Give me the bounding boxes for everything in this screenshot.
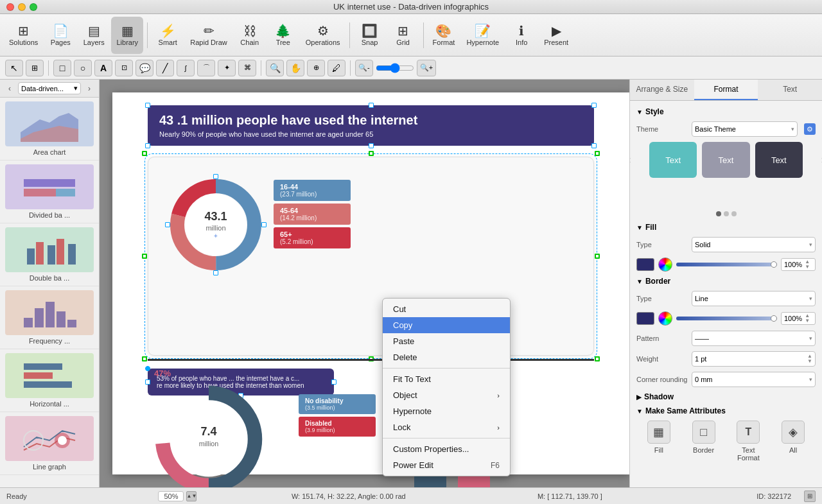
line-sample-3[interactable] [758,186,816,205]
sidebar-item-divided-bar[interactable]: Divided ba ... [0,161,99,223]
fill-color-swatch[interactable] [636,258,654,271]
canvas-area[interactable]: 43 .1 million people have used the inter… [100,80,629,487]
connector-tool[interactable]: ⌒ [197,60,215,76]
border-color-swatch[interactable] [636,312,654,325]
fill-color-wheel[interactable] [658,257,672,272]
grid-tool[interactable]: ⊞ [26,60,44,76]
minimize-button[interactable] [18,3,26,11]
zoom-stepper[interactable]: ▲▼ [186,491,197,501]
border-color-wheel[interactable] [658,311,672,326]
toolbar-info[interactable]: ℹ Info [505,17,538,54]
hand-tool[interactable]: ✋ [286,60,304,76]
cm-paste[interactable]: Paste [383,333,510,349]
cm-hypernote[interactable]: Hypernote [383,403,510,419]
make-same-border[interactable]: □ Border [692,421,715,462]
swatch-1[interactable]: Text [649,142,697,178]
zoom-in-tool[interactable]: 🔍 [266,60,284,76]
make-same-fill[interactable]: ▦ Fill [647,421,670,462]
shadow-section-header[interactable]: ▶ Shadow [636,392,816,401]
make-same-text-format[interactable]: T TextFormat [737,421,760,462]
cm-fit-to-text[interactable]: Fit To Text [383,371,510,387]
toolbar-tree[interactable]: 🌲 Tree [267,17,299,54]
text-tool[interactable]: A [94,60,112,76]
border-weight-stepper[interactable]: ▲ ▼ [807,354,812,364]
zoom-level-btn[interactable]: 🔍- [355,60,373,76]
zoom-plus-btn[interactable]: 🔍+ [417,60,436,76]
border-opacity-stepper[interactable]: ▲ ▼ [805,313,810,324]
style-section-header[interactable]: ▼ Style [636,107,816,116]
cm-object[interactable]: Object › [383,387,510,403]
rect-tool[interactable]: □ [53,60,71,76]
make-same-all[interactable]: ◈ All [782,421,805,462]
cm-lock[interactable]: Lock › [383,419,510,435]
toolbar-present[interactable]: ▶ Present [539,17,573,54]
scroll-tool[interactable]: ⊕ [307,60,325,76]
sidebar-dropdown[interactable]: Data-driven... ▾ [18,82,81,94]
ellipse-tool[interactable]: ○ [74,60,92,76]
corner-select[interactable]: 0 mm ▾ [692,372,816,387]
swatch-3[interactable]: Text [755,142,803,178]
theme-settings[interactable]: ⚙ [804,123,816,135]
dot-3[interactable] [731,211,737,216]
sidebar-item-horizontal[interactable]: Horizontal ... [0,349,99,412]
border-weight-select[interactable]: 1 pt ▲ ▼ [692,351,816,367]
maximize-button[interactable] [30,3,37,11]
toolbar-operations[interactable]: ⚙ Operations [301,17,345,54]
swatch-prev-btn[interactable]: ‹ [630,154,631,166]
zoom-value[interactable]: 50% [158,491,184,501]
cm-custom-props[interactable]: Custom Properties... [383,441,510,457]
picker-tool[interactable]: 🖊 [328,60,345,76]
fill-type-select[interactable]: Solid ▾ [692,237,816,252]
cm-delete[interactable]: Delete [383,349,510,365]
curved-line-tool[interactable]: ∫ [177,60,195,76]
dot-2[interactable] [724,211,729,216]
tab-text[interactable]: Text [758,80,822,100]
toolbar-snap[interactable]: 🔲 Snap [354,17,386,54]
fit-page-btn[interactable]: ⊞ [804,491,816,502]
fill-opacity-stepper[interactable]: ▲ ▼ [805,259,810,270]
symbol-tool[interactable]: ⌘ [238,60,256,76]
border-opacity-slider[interactable] [676,317,777,320]
toolbar-format[interactable]: 🎨 Format [428,17,460,54]
sidebar-item-line-graph[interactable]: Line graph [0,412,99,475]
toolbar-chain[interactable]: ⛓ Chain [234,17,266,54]
fill-opacity-input[interactable]: 100% ▲ ▼ [781,258,816,271]
sidebar-next[interactable]: › [83,83,95,94]
theme-select[interactable]: Basic Theme ▾ [692,121,798,137]
cm-copy[interactable]: Copy [383,317,510,333]
text-box-tool[interactable]: ⊡ [115,60,133,76]
border-type-select[interactable]: Line ▾ [692,291,816,306]
sidebar-item-frequency[interactable]: Frequency ... [0,286,99,349]
fill-section-header[interactable]: ▼ Fill [636,223,816,232]
border-opacity-input[interactable]: 100% ▲ ▼ [781,312,816,325]
make-same-section-header[interactable]: ▼ Make Same Attributes [636,406,816,415]
sidebar-item-double-bar[interactable]: Double ba ... [0,223,99,286]
toolbar-hypernote[interactable]: 📝 Hypernote [461,17,504,54]
line-sample-2[interactable] [697,186,755,205]
border-section-header[interactable]: ▼ Border [636,277,816,286]
toolbar-layers[interactable]: ▤ Layers [78,17,110,54]
toolbar-rapid-draw[interactable]: ✏ Rapid Draw [185,17,232,54]
edit-point-tool[interactable]: ✦ [218,60,236,76]
dot-1[interactable] [716,211,721,216]
tab-arrange-size[interactable]: Arrange & Size [630,80,694,100]
note-tool[interactable]: 💬 [136,60,153,76]
tab-format[interactable]: Format [694,80,758,100]
toolbar-grid[interactable]: ⊞ Grid [387,17,419,54]
swatch-2[interactable]: Text [702,142,749,178]
toolbar-pages[interactable]: 📄 Pages [44,17,76,54]
toolbar-solutions[interactable]: ⊞ Solutions [4,17,43,54]
zoom-slider[interactable] [376,63,414,73]
toolbar-smart[interactable]: ⚡ Smart [152,17,184,54]
border-pattern-select[interactable]: —— ▾ [692,331,816,346]
fill-opacity-slider[interactable] [676,263,777,266]
close-button[interactable] [6,3,14,11]
cm-cut[interactable]: Cut [383,301,510,317]
cm-power-edit[interactable]: Power Edit F6 [383,457,510,473]
sidebar-item-area-chart[interactable]: Area chart [0,98,99,161]
line-sample-1[interactable] [636,186,694,205]
sidebar-prev[interactable]: ‹ [4,83,15,94]
toolbar-library[interactable]: ▦ Library [111,17,143,54]
pointer-tool[interactable]: ↖ [5,60,23,76]
line-tool[interactable]: ╱ [156,60,174,76]
